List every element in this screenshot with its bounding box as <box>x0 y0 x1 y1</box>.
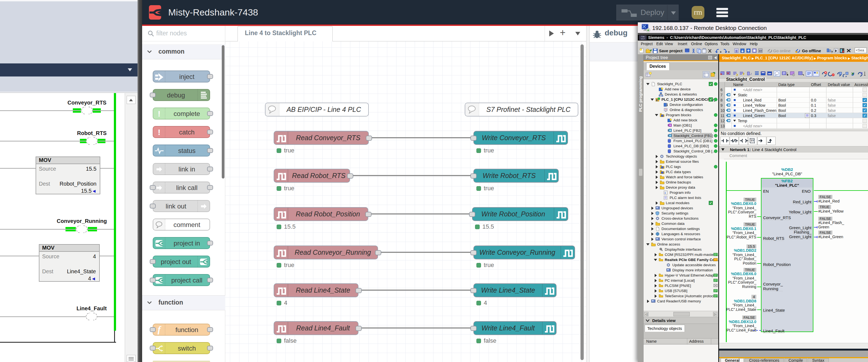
svg-text:Go offline: Go offline <box>802 49 821 53</box>
svg-text:??: ?? <box>751 139 754 142</box>
svg-text:Go online: Go online <box>773 49 790 53</box>
svg-text:?: ? <box>831 50 833 54</box>
svg-text:i: i <box>665 191 665 194</box>
svg-text:Save project: Save project <box>659 49 682 53</box>
svg-text:RT: RT <box>759 50 762 53</box>
